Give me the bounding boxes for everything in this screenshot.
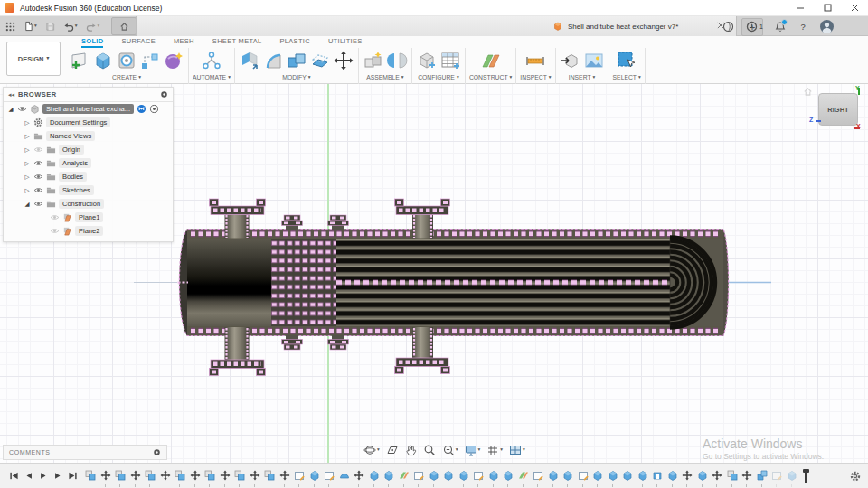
- ribbon-group-label[interactable]: CREATE▾: [112, 74, 141, 80]
- timeline-feature-shell-feature[interactable]: [652, 470, 663, 481]
- timeline-feature-construct-plane[interactable]: [518, 470, 529, 481]
- offset-face-icon[interactable]: [309, 50, 331, 71]
- go-to-start-button[interactable]: [9, 471, 19, 481]
- browser-item-plane1[interactable]: Plane1: [4, 211, 173, 224]
- timeline-feature-extrude[interactable]: [608, 470, 618, 481]
- timeline-feature-extrude-suppressed[interactable]: [787, 470, 797, 481]
- create-sketch-icon[interactable]: [69, 50, 90, 71]
- insert-image-icon[interactable]: [583, 50, 605, 71]
- sync-icon[interactable]: [137, 104, 146, 114]
- browser-item-plane2[interactable]: Plane2: [4, 224, 173, 238]
- stub-flange-bottom-1[interactable]: [282, 335, 303, 350]
- timeline-feature-extrude[interactable]: [562, 470, 573, 481]
- browser-item-document-settings[interactable]: ▷Document Settings: [4, 116, 173, 129]
- visibility-off-icon[interactable]: [50, 212, 60, 222]
- visibility-icon[interactable]: [33, 199, 43, 209]
- ribbon-group-label[interactable]: INSPECT▾: [520, 74, 551, 80]
- timeline-feature-move[interactable]: [250, 470, 260, 481]
- tree-collapsed-icon[interactable]: ▷: [24, 187, 31, 194]
- tree-collapsed-icon[interactable]: ▷: [24, 133, 31, 140]
- timeline-feature-component[interactable]: [204, 470, 215, 481]
- home-view-button[interactable]: [111, 17, 137, 35]
- configuration-table-icon[interactable]: [439, 50, 461, 71]
- minimize-button[interactable]: [787, 0, 814, 15]
- redo-button[interactable]: ▾: [86, 22, 100, 32]
- timeline-feature-component[interactable]: [727, 470, 738, 481]
- viewports-icon[interactable]: ▾: [509, 444, 525, 456]
- measure-icon[interactable]: [524, 50, 546, 71]
- timeline-feature-sketch[interactable]: [533, 470, 543, 481]
- browser-item-named-views[interactable]: ▷Named Views: [4, 129, 173, 143]
- automate-icon[interactable]: [201, 50, 222, 71]
- app-launcher-icon[interactable]: [5, 22, 15, 32]
- timeline-feature-extrude[interactable]: [622, 470, 633, 481]
- timeline-feature-move[interactable]: [220, 470, 231, 481]
- play-button[interactable]: [39, 471, 48, 481]
- visibility-off-icon[interactable]: [50, 226, 60, 236]
- tree-expanded-icon[interactable]: ◢: [24, 201, 31, 208]
- ribbon-group-label[interactable]: AUTOMATE▾: [193, 74, 231, 80]
- timeline-settings-icon[interactable]: [850, 471, 861, 482]
- timeline-feature-move[interactable]: [279, 470, 290, 481]
- timeline-feature-sketch[interactable]: [413, 470, 424, 481]
- tree-collapsed-icon[interactable]: ▷: [24, 160, 31, 167]
- visibility-off-icon[interactable]: [33, 145, 43, 155]
- job-status-icon[interactable]: 1: [746, 21, 763, 33]
- timeline-feature-sketch[interactable]: [578, 470, 589, 481]
- timeline-feature-component[interactable]: [175, 470, 185, 481]
- timeline-feature-extrude[interactable]: [458, 470, 469, 481]
- fillet-icon[interactable]: [262, 50, 284, 71]
- tree-collapsed-icon[interactable]: ▷: [24, 174, 31, 181]
- new-component-icon[interactable]: [363, 50, 384, 71]
- focus-icon[interactable]: [149, 104, 159, 114]
- timeline-feature-move[interactable]: [130, 470, 141, 481]
- timeline-feature-extrude[interactable]: [309, 470, 320, 481]
- timeline-feature-extrude[interactable]: [548, 470, 559, 481]
- ribbon-tab-plastic[interactable]: PLASTIC: [280, 37, 310, 48]
- timeline-marker[interactable]: [805, 469, 807, 483]
- timeline-feature-revolve[interactable]: [339, 470, 350, 481]
- timeline-feature-extrude[interactable]: [503, 470, 514, 481]
- visibility-icon[interactable]: [33, 185, 43, 195]
- move-icon[interactable]: [333, 50, 354, 71]
- timeline-feature-move[interactable]: [160, 470, 171, 481]
- ribbon-group-label[interactable]: INSERT▾: [569, 74, 596, 80]
- browser-item-sketches[interactable]: ▷Sketches: [4, 183, 173, 197]
- go-to-end-button[interactable]: [68, 471, 78, 481]
- viewport-canvas[interactable]: ◂◂ BROWSER ◢Shell and tube heat excha...…: [0, 84, 868, 463]
- ribbon-tab-utilities[interactable]: UTILITIES: [328, 37, 363, 48]
- timeline-feature-component[interactable]: [145, 470, 156, 481]
- ribbon-group-label[interactable]: ASSEMBLE▾: [366, 74, 403, 80]
- timeline-feature-extrude[interactable]: [667, 470, 678, 481]
- tree-expanded-icon[interactable]: ◢: [7, 106, 14, 113]
- browser-item-origin[interactable]: ▷Origin: [4, 143, 173, 156]
- tree-collapsed-icon[interactable]: ▷: [24, 119, 31, 127]
- timeline-feature-extrude[interactable]: [592, 470, 603, 481]
- hole-icon[interactable]: [116, 50, 137, 71]
- visibility-icon[interactable]: [33, 172, 43, 182]
- construct-plane-icon[interactable]: [480, 50, 502, 71]
- timeline-feature-sketch[interactable]: [294, 470, 305, 481]
- timeline-feature-move[interactable]: [682, 470, 693, 481]
- timeline-feature-extrude[interactable]: [429, 470, 439, 481]
- orbit-icon[interactable]: ▾: [363, 444, 380, 456]
- stub-flange-top-2[interactable]: [328, 215, 349, 230]
- browser-item-analysis[interactable]: ▷Analysis: [4, 156, 173, 170]
- timeline-feature-extrude[interactable]: [697, 470, 708, 481]
- stub-flange-bottom-2[interactable]: [328, 335, 349, 350]
- timeline-feature-move[interactable]: [100, 470, 111, 481]
- visibility-icon[interactable]: [17, 104, 27, 114]
- browser-settings-icon[interactable]: [160, 90, 168, 99]
- timeline-feature-move[interactable]: [354, 470, 364, 481]
- timeline-feature-component[interactable]: [264, 470, 275, 481]
- grid-snaps-icon[interactable]: ▾: [486, 444, 503, 456]
- file-menu-button[interactable]: ▾: [24, 21, 37, 32]
- collapse-panel-icon[interactable]: ◂◂: [8, 91, 14, 99]
- ribbon-group-label[interactable]: SELECT▾: [613, 74, 641, 80]
- visibility-icon[interactable]: [33, 158, 43, 168]
- pan-icon[interactable]: [405, 444, 417, 456]
- timeline-feature-extrude[interactable]: [637, 470, 648, 481]
- viewcube[interactable]: RIGHT Y Z X: [818, 93, 858, 126]
- document-tab[interactable]: Shell and tube heat exchanger v7*: [136, 16, 737, 36]
- timeline-feature-extrude[interactable]: [488, 470, 499, 481]
